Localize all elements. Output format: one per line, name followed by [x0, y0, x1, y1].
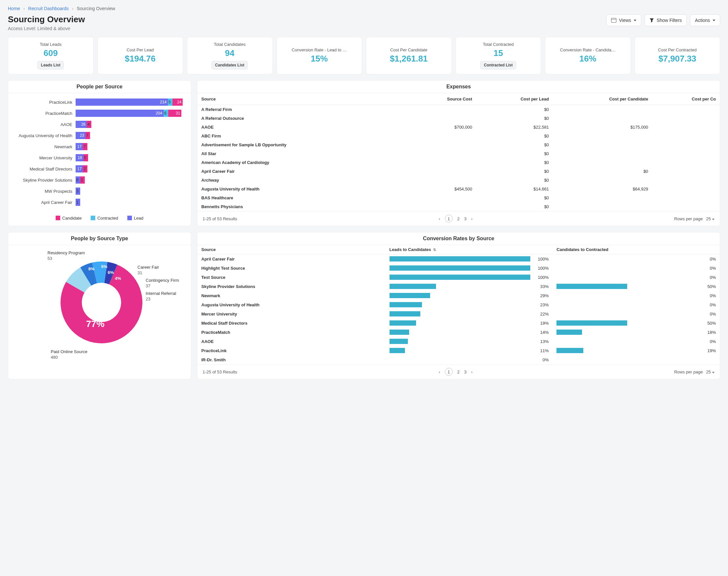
breadcrumb: Home › Recruit Dashboards › Sourcing Ove…	[8, 6, 720, 11]
expenses-col[interactable]: Cost per Co	[652, 93, 720, 105]
pps-row: PracticeMatch204631	[13, 110, 186, 117]
page-number[interactable]: 2	[457, 216, 459, 221]
bar-value: 0%	[701, 275, 716, 280]
bar-fill	[390, 265, 531, 271]
page-number[interactable]: 2	[457, 370, 459, 374]
table-row: A Referral Firm$0	[197, 105, 720, 114]
page-next[interactable]: ›	[471, 370, 472, 374]
expenses-col[interactable]: Source	[197, 93, 406, 105]
page-prev[interactable]: ‹	[439, 216, 440, 221]
cell-value: $175,000	[553, 123, 652, 132]
bar-fill	[390, 256, 531, 261]
cell-bar: 13%	[386, 337, 553, 346]
show-filters-label: Show Filters	[656, 18, 682, 23]
donut-pct-residency: 8%	[88, 266, 94, 271]
cell-value: $0	[476, 202, 553, 211]
kpi-link-button[interactable]: Leads List	[37, 61, 64, 69]
cell-source: PracticeMatch	[197, 327, 386, 337]
rows-per-page-select[interactable]: 25	[706, 370, 715, 374]
table-row: American Academy of Cardiology$0	[197, 158, 720, 167]
col-c2c[interactable]: Candidates to Contracted	[553, 245, 720, 254]
bar-fill	[390, 339, 408, 344]
pps-legend: Candidate Contracted Lead	[8, 212, 191, 226]
table-row: A Referral Outsource$0	[197, 114, 720, 123]
cell-value	[652, 184, 720, 194]
cell-value	[553, 176, 652, 184]
bar-fill	[390, 302, 422, 307]
conversion-table: Source Leads to Candidates⇅ Candidates t…	[197, 245, 720, 364]
col-source[interactable]: Source	[197, 245, 386, 254]
views-label: Views	[619, 18, 631, 23]
cell-bar: 19%	[553, 346, 720, 355]
cell-bar: 0%	[553, 309, 720, 318]
cell-bar	[553, 355, 720, 364]
cell-value	[652, 132, 720, 140]
actions-dropdown[interactable]: Actions	[690, 15, 720, 26]
bar-value: 19%	[534, 321, 549, 326]
expenses-pager: ‹123›	[439, 215, 472, 223]
expenses-col[interactable]: Cost per Lead	[476, 93, 553, 105]
bar-value: 0%	[701, 312, 716, 316]
bar-value: 22%	[534, 312, 549, 316]
pps-row: MW Prospects3	[13, 188, 186, 195]
kpi-label: Total Leads	[11, 42, 90, 47]
cell-source: Augusta University of Health	[197, 300, 386, 309]
cell-source: Medical Staff Directors	[197, 318, 386, 327]
pps-seg-lead: 23	[76, 132, 85, 139]
pps-seg-lead: 17	[76, 143, 83, 150]
pps-row: AAOE264	[13, 121, 186, 128]
cell-bar: 100%	[386, 263, 553, 272]
kpi-link-button[interactable]: Candidates List	[212, 61, 248, 69]
cell-bar: 50%	[553, 318, 720, 327]
page-number[interactable]: 1	[445, 368, 453, 376]
page-number[interactable]: 3	[464, 370, 467, 374]
cell-source: A Referral Outsource	[197, 114, 406, 123]
pps-seg-lead: 1	[76, 199, 80, 206]
cell-source: April Career Fair	[197, 254, 386, 264]
expenses-col[interactable]: Source Cost	[406, 93, 476, 105]
bar-fill	[390, 329, 409, 335]
kpi-label: Cost Per Lead	[101, 48, 180, 52]
breadcrumb-dashboards[interactable]: Recruit Dashboards	[28, 6, 69, 11]
kpi-label: Conversion Rate - Lead to …	[280, 48, 359, 52]
rows-per-page-select[interactable]: 25	[706, 216, 715, 221]
cell-value: $0	[476, 149, 553, 158]
table-row: ABC Firm$0	[197, 132, 720, 140]
pps-row: April Career Fair1	[13, 199, 186, 206]
cell-value: $0	[476, 105, 553, 114]
col-l2c[interactable]: Leads to Candidates⇅	[386, 245, 553, 254]
cell-bar: 29%	[386, 291, 553, 300]
expenses-col[interactable]: Cost per Candidate	[553, 93, 652, 105]
show-filters-button[interactable]: Show Filters	[645, 15, 687, 26]
cell-value	[406, 167, 476, 176]
pps-seg-lead: 204	[76, 110, 164, 117]
cell-value: $454,500	[406, 184, 476, 194]
cell-value	[652, 167, 720, 176]
page-number[interactable]: 3	[464, 216, 467, 221]
page-next[interactable]: ›	[471, 216, 472, 221]
donut-pct-career-fair: 5%	[101, 264, 107, 269]
conversion-pager: ‹123›	[439, 368, 472, 376]
kpi-card: Cost Per Candidate$1,261.81	[366, 37, 452, 74]
breadcrumb-home[interactable]: Home	[8, 6, 20, 11]
pps-seg-lead: 3	[76, 188, 80, 195]
page-prev[interactable]: ‹	[439, 370, 440, 374]
pps-seg-lead: 214	[76, 98, 168, 106]
pps-seg-lead: 17	[76, 165, 83, 172]
pps-source-label: AAOE	[13, 122, 76, 127]
bar-value: 14%	[534, 330, 549, 335]
bar-value: 23%	[534, 303, 549, 307]
bar-fill	[557, 348, 583, 353]
cell-source: Augusta University of Health	[197, 184, 406, 194]
cell-value	[553, 140, 652, 149]
bar-value: 0%	[701, 293, 716, 298]
pps-row: PracticeLink214524	[13, 98, 186, 106]
kpi-card: Cost Per Contracted$7,907.33	[635, 37, 721, 74]
table-row: AAOE$700,000$22,581$175,000	[197, 123, 720, 132]
page-number[interactable]: 1	[445, 215, 453, 223]
bar-value: 100%	[534, 257, 549, 261]
views-dropdown[interactable]: Views	[606, 15, 641, 26]
kpi-card: Conversion Rate - Candida…16%	[545, 37, 631, 74]
bar-fill	[390, 275, 531, 280]
kpi-link-button[interactable]: Contracted List	[480, 61, 516, 69]
